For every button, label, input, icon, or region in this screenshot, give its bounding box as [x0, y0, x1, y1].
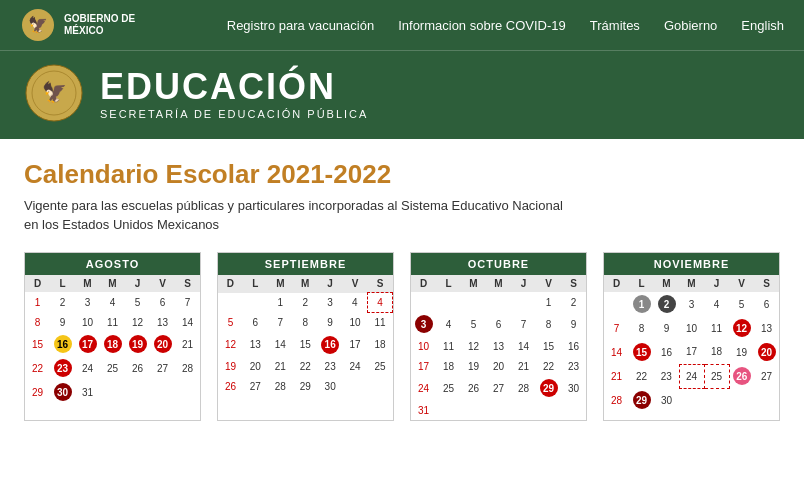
day-cell: 27: [754, 364, 779, 388]
day-cell: 23: [50, 356, 75, 380]
day-cell: 23: [561, 356, 586, 376]
day-cell: 12: [125, 312, 150, 332]
day-cell: [561, 400, 586, 420]
col-v: V: [536, 275, 561, 292]
special-day: 1: [633, 295, 651, 313]
day-cell: 24: [679, 364, 704, 388]
day-cell: 13: [754, 316, 779, 340]
day-cell: [436, 400, 461, 420]
table-row: 15 16 17 18 19 20 21: [25, 332, 200, 356]
day-cell: 18: [368, 333, 393, 357]
day-cell: 29: [629, 388, 654, 412]
col-l: L: [629, 275, 654, 292]
day-cell: 8: [629, 316, 654, 340]
table-row: 31: [411, 400, 586, 420]
nav-registro[interactable]: Registro para vacunación: [227, 18, 374, 33]
day-cell: [100, 380, 125, 404]
nav-covid[interactable]: Informacion sobre COVID-19: [398, 18, 566, 33]
calendar-septiembre: SEPTIEMBRE D L M M J V S: [217, 252, 394, 421]
day-cell: 1: [268, 293, 293, 313]
special-day: 18: [104, 335, 122, 353]
col-s: S: [561, 275, 586, 292]
day-cell: 24: [343, 357, 368, 377]
day-cell: [511, 292, 536, 312]
day-cell: [486, 292, 511, 312]
day-cell: 3: [75, 292, 100, 312]
day-cell: 8: [536, 312, 561, 336]
day-cell: 7: [175, 292, 200, 312]
header-banner: 🦅 EDUCACIÓN SECRETARÍA DE EDUCACIÓN PÚBL…: [0, 50, 804, 139]
col-d: D: [25, 275, 50, 292]
day-cell: 10: [411, 336, 436, 356]
day-cell: 21: [604, 364, 629, 388]
day-cell: 4: [368, 293, 393, 313]
day-cell: 30: [561, 376, 586, 400]
day-cell: 14: [511, 336, 536, 356]
special-day: 15: [633, 343, 651, 361]
day-cell: 16: [654, 340, 679, 364]
day-cell: [486, 400, 511, 420]
government-logo: 🦅 GOBIERNO DE MÉXICO: [20, 7, 135, 43]
nav-english[interactable]: English: [741, 18, 784, 33]
col-d: D: [604, 275, 629, 292]
day-cell: 7: [511, 312, 536, 336]
day-cell: 15: [536, 336, 561, 356]
day-cell: 14: [268, 333, 293, 357]
special-day: 12: [733, 319, 751, 337]
col-s: S: [368, 275, 393, 293]
table-row: 10 11 12 13 14 15 16: [411, 336, 586, 356]
day-cell: [754, 388, 779, 412]
day-cell: [243, 293, 268, 313]
day-cell: [150, 380, 175, 404]
day-cell: 28: [175, 356, 200, 380]
day-cell: 4: [343, 293, 368, 313]
day-cell: 22: [293, 357, 318, 377]
col-j: J: [511, 275, 536, 292]
day-cell: 22: [25, 356, 50, 380]
day-cell: [343, 377, 368, 397]
day-cell: [536, 400, 561, 420]
day-cell: 4: [704, 292, 729, 316]
day-cell: 18: [100, 332, 125, 356]
day-cell: [704, 388, 729, 412]
day-cell: 29: [293, 377, 318, 397]
logo-text: GOBIERNO DE MÉXICO: [64, 13, 135, 37]
day-cell: [511, 400, 536, 420]
col-l: L: [50, 275, 75, 292]
day-cell: 3: [679, 292, 704, 316]
day-cell: [125, 380, 150, 404]
col-s: S: [175, 275, 200, 292]
col-j: J: [125, 275, 150, 292]
day-cell: [175, 380, 200, 404]
nav-gobierno[interactable]: Gobierno: [664, 18, 717, 33]
day-cell: 11: [100, 312, 125, 332]
day-cell: 5: [461, 312, 486, 336]
day-cell: 27: [243, 377, 268, 397]
table-row: 12 13 14 15 16 17 18: [218, 333, 393, 357]
day-cell: 15: [25, 332, 50, 356]
day-cell: 9: [654, 316, 679, 340]
day-cell: 27: [150, 356, 175, 380]
col-m2: M: [293, 275, 318, 293]
day-cell: 13: [243, 333, 268, 357]
day-cell: 14: [175, 312, 200, 332]
day-cell: [461, 400, 486, 420]
special-day: 20: [758, 343, 776, 361]
day-cell: 11: [368, 313, 393, 333]
table-row: 19 20 21 22 23 24 25: [218, 357, 393, 377]
col-m1: M: [268, 275, 293, 293]
table-row: 1 2 3 4 4: [218, 293, 393, 313]
col-v: V: [729, 275, 754, 292]
day-cell: 9: [50, 312, 75, 332]
day-cell: 21: [175, 332, 200, 356]
nav-tramites[interactable]: Trámites: [590, 18, 640, 33]
special-day: 19: [129, 335, 147, 353]
day-cell: 20: [754, 340, 779, 364]
day-cell: 10: [75, 312, 100, 332]
day-cell: 4: [436, 312, 461, 336]
special-day: 16: [54, 335, 72, 353]
day-cell: 24: [411, 376, 436, 400]
day-cell: 20: [243, 357, 268, 377]
day-cell: 28: [511, 376, 536, 400]
table-row: 21 22 23 24 25 26 27: [604, 364, 779, 388]
